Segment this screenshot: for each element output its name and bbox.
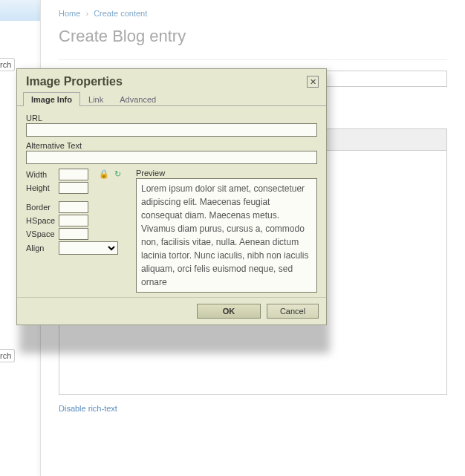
dialog-titlebar[interactable]: Image Properties ✕ [17, 69, 326, 91]
dimensions-column: Width Height 🔒 ↻ Border HSpace [26, 169, 130, 293]
dialog-close-button[interactable]: ✕ [307, 76, 319, 88]
hspace-label: HSpace [26, 216, 59, 225]
cancel-button[interactable]: Cancel [267, 304, 319, 319]
search-fragment-2[interactable]: rch [0, 349, 15, 362]
dialog-body: URL Alternative Text Width Height 🔒 [17, 106, 326, 297]
image-properties-dialog: Image Properties ✕ Image Info Link Advan… [16, 68, 327, 325]
breadcrumb: Home › Create content [59, 6, 447, 27]
dialog-footer: OK Cancel [17, 297, 326, 325]
alt-input[interactable] [26, 151, 317, 164]
tab-advanced[interactable]: Advanced [111, 92, 164, 106]
alt-label: Alternative Text [26, 141, 317, 150]
height-label: Height [26, 183, 59, 192]
lock-ratio-icon[interactable]: 🔒 [99, 169, 109, 179]
preview-label: Preview [136, 169, 317, 177]
preview-box[interactable]: Lorem ipsum dolor sit amet, consectetuer… [136, 178, 317, 293]
breadcrumb-home[interactable]: Home [59, 9, 80, 18]
disable-richtext-link[interactable]: Disable rich-text [59, 404, 117, 413]
page-title: Create Blog entry [59, 27, 447, 46]
reset-size-icon[interactable]: ↻ [112, 169, 123, 179]
border-label: Border [26, 203, 59, 212]
alt-field: Alternative Text [26, 141, 317, 164]
close-icon: ✕ [310, 77, 316, 87]
width-label: Width [26, 170, 59, 179]
breadcrumb-sep: › [85, 9, 88, 18]
hspace-input[interactable] [59, 215, 88, 226]
below-editor-links: Disable rich-text [59, 404, 447, 413]
ok-button[interactable]: OK [197, 304, 261, 319]
breadcrumb-current: Create content [94, 9, 147, 18]
search-fragment-1[interactable]: rch [0, 58, 15, 71]
dialog-tabs: Image Info Link Advanced [17, 91, 326, 106]
tab-image-info[interactable]: Image Info [23, 92, 80, 106]
url-label: URL [26, 114, 317, 123]
vspace-label: VSpace [26, 229, 59, 238]
align-label: Align [26, 244, 59, 252]
url-input[interactable] [26, 123, 317, 137]
width-input[interactable] [59, 169, 88, 180]
dialog-title: Image Properties [26, 75, 123, 88]
preview-column: Preview Lorem ipsum dolor sit amet, cons… [136, 169, 317, 293]
vspace-input[interactable] [59, 228, 88, 240]
tab-link[interactable]: Link [80, 92, 111, 106]
align-select[interactable] [59, 241, 118, 255]
height-input[interactable] [59, 182, 88, 194]
border-input[interactable] [59, 201, 88, 213]
url-field: URL [26, 114, 317, 137]
